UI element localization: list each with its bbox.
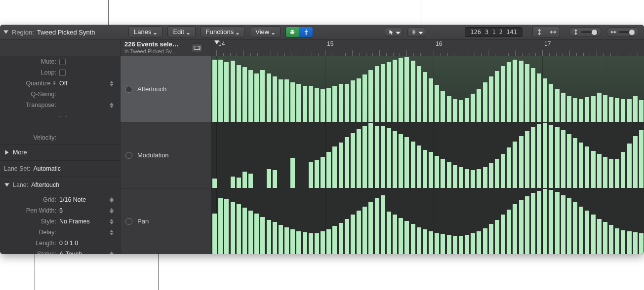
event-bar[interactable] [519,61,523,122]
style-value[interactable]: No Frames [59,218,90,225]
event-bar[interactable] [435,85,439,122]
lane-select-radio[interactable] [125,152,132,159]
event-bar[interactable] [549,190,553,254]
event-bar[interactable] [591,96,596,122]
more-disclosure[interactable]: More [0,145,120,159]
event-bar[interactable] [404,57,409,122]
event-bar[interactable] [393,215,397,254]
event-bar[interactable] [290,82,295,122]
event-bar[interactable] [321,89,325,122]
event-bar[interactable] [254,73,259,122]
event-bar[interactable] [303,86,307,122]
lane-select-radio[interactable] [125,218,132,225]
status-value[interactable]: A-Touch [59,251,82,254]
event-bar[interactable] [362,74,367,122]
event-bar[interactable] [525,131,529,188]
event-bar[interactable] [543,189,547,254]
status-stepper[interactable] [108,252,115,254]
event-bar[interactable] [279,79,283,122]
event-bar[interactable] [417,227,421,254]
lane[interactable] [211,122,644,188]
event-bar[interactable] [567,96,571,122]
event-bar[interactable] [404,221,409,254]
event-bar[interactable] [381,64,385,122]
event-bar[interactable] [573,202,577,254]
event-bar[interactable] [459,100,463,122]
fine-tune-value[interactable]: - - [59,112,68,119]
event-bar[interactable] [471,233,475,254]
event-bar[interactable] [218,60,223,122]
event-bar[interactable] [615,228,619,254]
event-bar[interactable] [537,73,541,122]
lane[interactable] [211,56,644,122]
event-bar[interactable] [585,97,589,122]
bar-ruler[interactable]: 14151617 [211,39,644,56]
vertical-auto-zoom-button[interactable] [532,27,546,37]
event-bar[interactable] [549,84,553,122]
event-bar[interactable] [495,159,499,188]
event-bar[interactable] [615,159,619,188]
event-bar[interactable] [519,200,523,254]
event-bar[interactable] [477,231,481,254]
event-bar[interactable] [339,84,343,122]
event-bar[interactable] [411,61,415,122]
event-bar[interactable] [585,211,589,254]
event-bar[interactable] [357,129,361,188]
event-bar[interactable] [423,150,427,188]
event-bar[interactable] [387,128,391,188]
event-bar[interactable] [477,89,481,122]
event-bar[interactable] [309,162,313,188]
event-bar[interactable] [453,236,457,254]
event-bar[interactable] [627,231,632,254]
event-bar[interactable] [573,138,577,188]
event-bar[interactable] [267,169,271,188]
event-bar[interactable] [609,97,613,122]
event-bar[interactable] [231,177,235,188]
event-bar[interactable] [303,232,307,254]
quantize-stepper[interactable] [108,81,115,86]
event-bar[interactable] [296,84,301,122]
event-bar[interactable] [603,95,607,122]
event-bar[interactable] [351,80,355,122]
lane-area[interactable] [211,56,644,254]
horizontal-auto-zoom-button[interactable] [546,27,560,37]
pen-width-stepper[interactable] [108,208,115,214]
event-bar[interactable] [248,211,253,254]
event-bar[interactable] [633,96,638,122]
pen-width-value[interactable]: 5 [59,207,63,214]
event-bar[interactable] [579,207,583,254]
event-bar[interactable] [411,142,415,188]
event-bar[interactable] [345,84,349,122]
event-bar[interactable] [273,76,277,122]
event-bar[interactable] [573,98,577,122]
position-display[interactable]: 126 3 1 2 141 [465,27,523,37]
event-bar[interactable] [296,231,301,254]
event-bar[interactable] [326,88,331,122]
event-bar[interactable] [513,204,517,254]
event-bar[interactable] [621,152,625,188]
event-bar[interactable] [591,151,596,188]
transpose-stepper[interactable] [108,103,115,108]
view-menu[interactable]: View [250,26,281,37]
event-bar[interactable] [321,157,325,188]
event-bar[interactable] [489,224,493,254]
event-bar[interactable] [254,214,259,254]
event-bar[interactable] [627,144,632,188]
event-bar[interactable] [260,217,265,254]
event-bar[interactable] [267,220,271,254]
event-bar[interactable] [326,229,331,254]
event-bar[interactable] [242,208,247,254]
event-bar[interactable] [447,235,451,254]
event-bar[interactable] [459,167,463,188]
event-bar[interactable] [459,236,463,254]
event-bar[interactable] [501,215,505,254]
event-bar[interactable] [627,99,632,122]
event-bar[interactable] [399,134,403,188]
lane-select-radio[interactable] [125,86,132,93]
event-bar[interactable] [495,71,499,122]
event-bar[interactable] [362,207,367,254]
event-bar[interactable] [212,60,217,122]
event-bar[interactable] [411,224,415,254]
event-bar[interactable] [495,220,499,254]
event-bar[interactable] [284,227,289,254]
